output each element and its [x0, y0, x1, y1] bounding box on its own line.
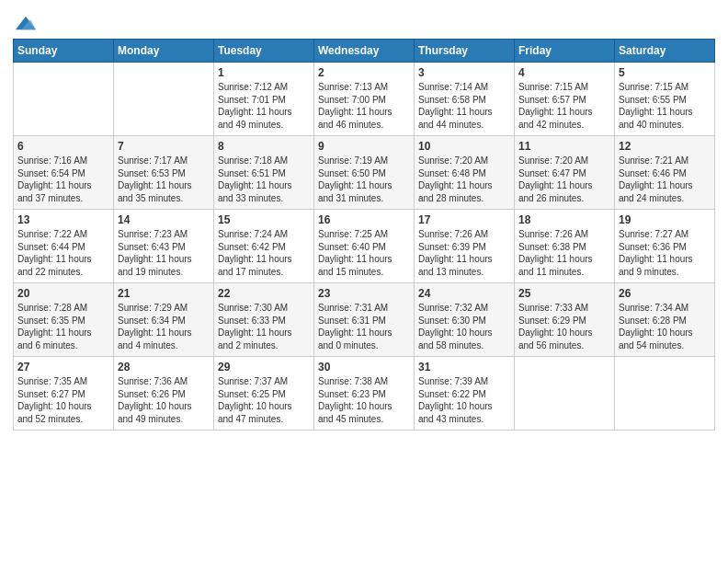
day-number: 9: [318, 140, 410, 153]
day-cell: 31Sunrise: 7:39 AM Sunset: 6:22 PM Dayli…: [415, 357, 515, 431]
day-number: 17: [418, 213, 510, 226]
day-info: Sunrise: 7:38 AM Sunset: 6:23 PM Dayligh…: [318, 375, 410, 425]
week-row-1: 6Sunrise: 7:16 AM Sunset: 6:54 PM Daylig…: [14, 136, 715, 210]
week-row-2: 13Sunrise: 7:22 AM Sunset: 6:44 PM Dayli…: [14, 210, 715, 283]
day-number: 31: [418, 361, 510, 373]
day-cell: 4Sunrise: 7:15 AM Sunset: 6:57 PM Daylig…: [515, 63, 615, 136]
day-number: 3: [418, 66, 510, 79]
day-cell: 20Sunrise: 7:28 AM Sunset: 6:35 PM Dayli…: [14, 283, 114, 357]
day-cell: 15Sunrise: 7:24 AM Sunset: 6:42 PM Dayli…: [214, 210, 314, 283]
day-info: Sunrise: 7:35 AM Sunset: 6:27 PM Dayligh…: [17, 375, 109, 425]
logo-icon: [16, 13, 36, 33]
day-info: Sunrise: 7:17 AM Sunset: 6:53 PM Dayligh…: [118, 155, 210, 204]
header-row: SundayMondayTuesdayWednesdayThursdayFrid…: [14, 40, 715, 63]
day-cell: 22Sunrise: 7:30 AM Sunset: 6:33 PM Dayli…: [214, 283, 314, 357]
day-header-thursday: Thursday: [415, 40, 515, 63]
day-info: Sunrise: 7:39 AM Sunset: 6:22 PM Dayligh…: [418, 375, 510, 425]
day-number: 21: [118, 287, 210, 300]
day-info: Sunrise: 7:15 AM Sunset: 6:55 PM Dayligh…: [619, 81, 711, 131]
day-number: 7: [118, 140, 210, 153]
day-cell: 12Sunrise: 7:21 AM Sunset: 6:46 PM Dayli…: [615, 136, 715, 210]
day-number: 2: [318, 66, 410, 79]
week-row-3: 20Sunrise: 7:28 AM Sunset: 6:35 PM Dayli…: [14, 283, 715, 357]
day-cell: 5Sunrise: 7:15 AM Sunset: 6:55 PM Daylig…: [615, 63, 715, 136]
page: SundayMondayTuesdayWednesdayThursdayFrid…: [0, 0, 728, 440]
logo: [13, 13, 36, 33]
day-cell: 21Sunrise: 7:29 AM Sunset: 6:34 PM Dayli…: [114, 283, 214, 357]
day-cell: 30Sunrise: 7:38 AM Sunset: 6:23 PM Dayli…: [314, 357, 415, 431]
day-cell: [14, 63, 114, 136]
day-cell: 13Sunrise: 7:22 AM Sunset: 6:44 PM Dayli…: [14, 210, 114, 283]
day-number: 16: [318, 213, 410, 226]
day-number: 15: [218, 213, 310, 226]
day-info: Sunrise: 7:37 AM Sunset: 6:25 PM Dayligh…: [218, 375, 310, 425]
day-info: Sunrise: 7:36 AM Sunset: 6:26 PM Dayligh…: [118, 375, 210, 425]
day-info: Sunrise: 7:14 AM Sunset: 6:58 PM Dayligh…: [418, 81, 510, 131]
day-number: 12: [619, 140, 711, 153]
day-number: 18: [518, 213, 610, 226]
day-cell: 7Sunrise: 7:17 AM Sunset: 6:53 PM Daylig…: [114, 136, 214, 210]
day-cell: 16Sunrise: 7:25 AM Sunset: 6:40 PM Dayli…: [314, 210, 415, 283]
day-number: 5: [619, 66, 711, 79]
day-cell: [615, 357, 715, 431]
day-number: 26: [619, 287, 711, 300]
day-info: Sunrise: 7:24 AM Sunset: 6:42 PM Dayligh…: [218, 228, 310, 278]
day-info: Sunrise: 7:25 AM Sunset: 6:40 PM Dayligh…: [318, 228, 410, 278]
day-info: Sunrise: 7:19 AM Sunset: 6:50 PM Dayligh…: [318, 155, 410, 204]
day-number: 30: [318, 361, 410, 373]
day-info: Sunrise: 7:20 AM Sunset: 6:48 PM Dayligh…: [418, 155, 510, 204]
day-cell: 11Sunrise: 7:20 AM Sunset: 6:47 PM Dayli…: [515, 136, 615, 210]
day-number: 14: [118, 213, 210, 226]
day-cell: 18Sunrise: 7:26 AM Sunset: 6:38 PM Dayli…: [515, 210, 615, 283]
day-info: Sunrise: 7:20 AM Sunset: 6:47 PM Dayligh…: [518, 155, 610, 204]
week-row-0: 1Sunrise: 7:12 AM Sunset: 7:01 PM Daylig…: [14, 63, 715, 136]
day-cell: 1Sunrise: 7:12 AM Sunset: 7:01 PM Daylig…: [214, 63, 314, 136]
day-info: Sunrise: 7:28 AM Sunset: 6:35 PM Dayligh…: [17, 302, 109, 351]
day-cell: 6Sunrise: 7:16 AM Sunset: 6:54 PM Daylig…: [14, 136, 114, 210]
day-cell: 3Sunrise: 7:14 AM Sunset: 6:58 PM Daylig…: [415, 63, 515, 136]
day-cell: 8Sunrise: 7:18 AM Sunset: 6:51 PM Daylig…: [214, 136, 314, 210]
day-number: 19: [619, 213, 711, 226]
day-number: 28: [118, 361, 210, 373]
day-cell: 10Sunrise: 7:20 AM Sunset: 6:48 PM Dayli…: [415, 136, 515, 210]
week-row-4: 27Sunrise: 7:35 AM Sunset: 6:27 PM Dayli…: [14, 357, 715, 431]
day-info: Sunrise: 7:15 AM Sunset: 6:57 PM Dayligh…: [518, 81, 610, 131]
day-info: Sunrise: 7:34 AM Sunset: 6:28 PM Dayligh…: [619, 302, 711, 351]
day-header-wednesday: Wednesday: [314, 40, 415, 63]
day-number: 27: [17, 361, 109, 373]
day-cell: 19Sunrise: 7:27 AM Sunset: 6:36 PM Dayli…: [615, 210, 715, 283]
day-cell: 9Sunrise: 7:19 AM Sunset: 6:50 PM Daylig…: [314, 136, 415, 210]
day-number: 11: [518, 140, 610, 153]
day-cell: [114, 63, 214, 136]
day-info: Sunrise: 7:22 AM Sunset: 6:44 PM Dayligh…: [17, 228, 109, 278]
day-number: 1: [218, 66, 310, 79]
day-info: Sunrise: 7:26 AM Sunset: 6:39 PM Dayligh…: [418, 228, 510, 278]
day-header-sunday: Sunday: [14, 40, 114, 63]
day-header-saturday: Saturday: [615, 40, 715, 63]
day-cell: 14Sunrise: 7:23 AM Sunset: 6:43 PM Dayli…: [114, 210, 214, 283]
day-info: Sunrise: 7:26 AM Sunset: 6:38 PM Dayligh…: [518, 228, 610, 278]
day-header-monday: Monday: [114, 40, 214, 63]
day-cell: 27Sunrise: 7:35 AM Sunset: 6:27 PM Dayli…: [14, 357, 114, 431]
day-info: Sunrise: 7:18 AM Sunset: 6:51 PM Dayligh…: [218, 155, 310, 204]
day-cell: 23Sunrise: 7:31 AM Sunset: 6:31 PM Dayli…: [314, 283, 415, 357]
day-info: Sunrise: 7:32 AM Sunset: 6:30 PM Dayligh…: [418, 302, 510, 351]
header: [13, 9, 715, 33]
day-info: Sunrise: 7:12 AM Sunset: 7:01 PM Dayligh…: [218, 81, 310, 131]
day-number: 10: [418, 140, 510, 153]
day-number: 24: [418, 287, 510, 300]
calendar-table: SundayMondayTuesdayWednesdayThursdayFrid…: [13, 39, 715, 431]
day-cell: 24Sunrise: 7:32 AM Sunset: 6:30 PM Dayli…: [415, 283, 515, 357]
day-info: Sunrise: 7:21 AM Sunset: 6:46 PM Dayligh…: [619, 155, 711, 204]
day-info: Sunrise: 7:29 AM Sunset: 6:34 PM Dayligh…: [118, 302, 210, 351]
day-number: 8: [218, 140, 310, 153]
day-cell: 17Sunrise: 7:26 AM Sunset: 6:39 PM Dayli…: [415, 210, 515, 283]
day-cell: 26Sunrise: 7:34 AM Sunset: 6:28 PM Dayli…: [615, 283, 715, 357]
day-info: Sunrise: 7:27 AM Sunset: 6:36 PM Dayligh…: [619, 228, 711, 278]
day-number: 13: [17, 213, 109, 226]
day-header-friday: Friday: [515, 40, 615, 63]
day-cell: [515, 357, 615, 431]
day-number: 22: [218, 287, 310, 300]
day-cell: 28Sunrise: 7:36 AM Sunset: 6:26 PM Dayli…: [114, 357, 214, 431]
day-info: Sunrise: 7:31 AM Sunset: 6:31 PM Dayligh…: [318, 302, 410, 351]
